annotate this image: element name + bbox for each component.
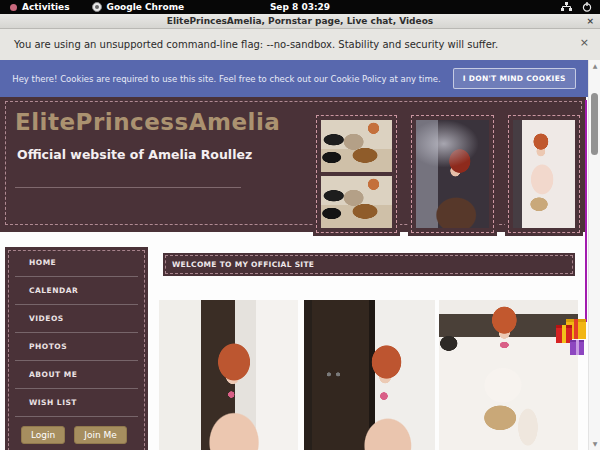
activities-label: Activities xyxy=(22,2,70,12)
header-divider xyxy=(15,187,241,188)
screen: Activities Google Chrome Sep 8 03:29 xyxy=(0,0,600,450)
header-photo-frame-1[interactable] xyxy=(313,112,400,236)
join-me-button[interactable]: Join Me xyxy=(74,426,127,444)
content-photo-2[interactable] xyxy=(304,300,435,450)
header-photo-frame-3[interactable] xyxy=(505,112,583,236)
scrollbar-thumb[interactable] xyxy=(591,93,598,155)
scroll-down-icon[interactable]: ▼ xyxy=(589,440,600,447)
cookie-banner: Hey there! Cookies are required to use t… xyxy=(0,60,588,97)
header-photo-smoking[interactable] xyxy=(416,120,489,228)
network-icon[interactable] xyxy=(561,2,572,12)
sidebar-item-about-me[interactable]: ABOUT ME xyxy=(15,361,138,389)
sidebar: HOME CALENDAR VIDEOS PHOTOS ABOUT ME WIS… xyxy=(5,247,148,450)
site-title[interactable]: ElitePrincessAmelia xyxy=(15,109,280,135)
sidebar-item-photos[interactable]: PHOTOS xyxy=(15,333,138,361)
gift-ribbon-line xyxy=(585,100,587,322)
web-page: ElitePrincessAmelia Official website of … xyxy=(0,97,588,450)
sidebar-item-home[interactable]: HOME xyxy=(15,249,138,277)
sidebar-nav: HOME CALENDAR VIDEOS PHOTOS ABOUT ME WIS… xyxy=(5,247,148,417)
activities-dot-icon xyxy=(10,4,17,11)
window-close-icon[interactable]: × xyxy=(586,14,594,28)
welcome-heading: WELCOME TO MY OFFICIAL SITE xyxy=(172,253,314,276)
gift-icon-purple[interactable] xyxy=(570,340,584,355)
sidebar-item-calendar[interactable]: CALENDAR xyxy=(15,277,138,305)
chrome-app-icon xyxy=(92,2,102,12)
site-tagline: Official website of Amelia Roullez xyxy=(17,147,252,162)
login-button[interactable]: Login xyxy=(21,426,65,444)
focused-app-menu[interactable]: Google Chrome xyxy=(92,2,185,12)
header-photo-couch-top[interactable] xyxy=(321,120,392,172)
welcome-heading-bar: WELCOME TO MY OFFICIAL SITE xyxy=(163,253,575,276)
cookie-message: Hey there! Cookies are required to use t… xyxy=(12,74,440,84)
sidebar-item-wish-list[interactable]: WISH LIST xyxy=(15,389,138,417)
activities-button[interactable]: Activities xyxy=(10,2,70,12)
header-photo-frame-2[interactable] xyxy=(408,112,497,236)
system-top-bar: Activities Google Chrome Sep 8 03:29 xyxy=(0,0,600,14)
window-title-bar: ElitePrincesAmelia, Pornstar page, Live … xyxy=(0,14,600,29)
power-icon[interactable] xyxy=(582,2,592,12)
warning-close-icon[interactable]: × xyxy=(580,36,589,49)
scroll-up-icon[interactable]: ▲ xyxy=(589,62,600,69)
content-photo-3[interactable] xyxy=(439,300,578,450)
window-title: ElitePrincesAmelia, Pornstar page, Live … xyxy=(167,16,433,26)
header-photo-couch-bottom[interactable] xyxy=(321,176,392,228)
sidebar-item-videos[interactable]: VIDEOS xyxy=(15,305,138,333)
app-label: Google Chrome xyxy=(107,2,185,12)
flag-warning-text: You are using an unsupported command-lin… xyxy=(14,39,498,50)
cookie-accept-button[interactable]: I DON'T MIND COOKIES xyxy=(453,68,576,89)
content-photo-1[interactable] xyxy=(159,300,298,450)
flag-warning-bar: You are using an unsupported command-lin… xyxy=(0,29,600,60)
scrollbar[interactable]: ▲ ▼ xyxy=(588,60,600,450)
header-photo-bedroom[interactable] xyxy=(513,120,575,228)
